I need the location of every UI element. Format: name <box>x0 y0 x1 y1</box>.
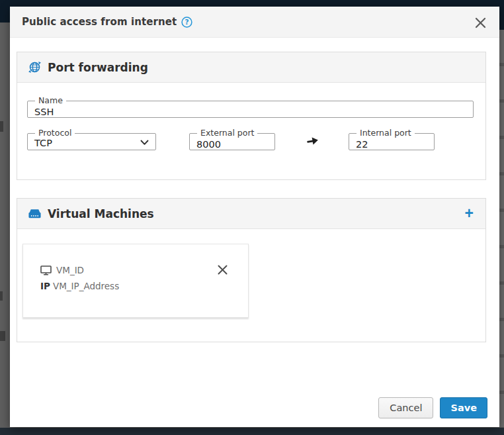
server-icon <box>28 208 42 220</box>
protocol-field-label: Protocol <box>35 129 75 138</box>
background-bottom-strip <box>0 428 504 435</box>
dialog-footer: Cancel Save <box>378 397 487 418</box>
virtual-machines-panel: Virtual Machines + VM_ID IPVM_IP_Address <box>17 198 486 342</box>
virtual-machines-body: VM_ID IPVM_IP_Address <box>17 229 485 342</box>
monitor-icon <box>40 266 52 275</box>
arrow-right-icon <box>306 134 319 147</box>
virtual-machines-header: Virtual Machines + <box>17 199 485 229</box>
add-vm-button[interactable]: + <box>464 206 475 221</box>
background-right-strip <box>499 30 504 428</box>
vm-id-text: VM_ID <box>56 265 84 275</box>
port-forwarding-header: Port forwarding <box>17 52 485 83</box>
vm-ip-line: IPVM_IP_Address <box>40 281 248 291</box>
background-text-fragment <box>0 121 3 132</box>
dialog-header: Public access from internet ? <box>10 7 499 38</box>
background-text-fragment <box>0 331 5 341</box>
ports-row: Protocol TCP External port <box>27 129 472 150</box>
question-circle-icon[interactable]: ? <box>181 17 192 28</box>
vm-ip-label: IP <box>40 281 50 291</box>
name-field-label: Name <box>35 97 66 105</box>
internal-port-input[interactable] <box>356 139 427 150</box>
globe-arrows-icon <box>28 60 42 74</box>
external-port-field: External port <box>189 129 275 150</box>
chevron-down-icon <box>140 140 149 146</box>
protocol-field[interactable]: Protocol TCP <box>27 129 156 150</box>
vm-ip-text: VM_IP_Address <box>53 281 119 291</box>
svg-text:?: ? <box>185 18 189 26</box>
external-port-label: External port <box>197 129 257 138</box>
save-button[interactable]: Save <box>440 397 487 418</box>
protocol-selected-value: TCP <box>34 138 52 148</box>
public-access-dialog: Public access from internet ? <box>10 7 499 427</box>
internal-port-label: Internal port <box>357 129 415 138</box>
port-forwarding-title: Port forwarding <box>48 61 148 74</box>
name-field: Name <box>27 97 474 118</box>
background-text-fragment <box>0 291 3 301</box>
remove-vm-icon[interactable] <box>215 262 230 277</box>
external-port-input[interactable] <box>196 139 268 150</box>
internal-port-field: Internal port <box>349 129 435 150</box>
name-input[interactable] <box>34 107 466 117</box>
port-forwarding-body: Name Protocol TCP Exter <box>17 83 485 179</box>
virtual-machines-title: Virtual Machines <box>48 207 154 220</box>
dialog-title: Public access from internet <box>22 16 177 28</box>
port-forwarding-panel: Port forwarding Name Protocol TCP <box>17 52 486 180</box>
vm-card: VM_ID IPVM_IP_Address <box>22 244 249 318</box>
close-icon[interactable] <box>472 15 488 30</box>
cancel-button[interactable]: Cancel <box>378 397 433 418</box>
